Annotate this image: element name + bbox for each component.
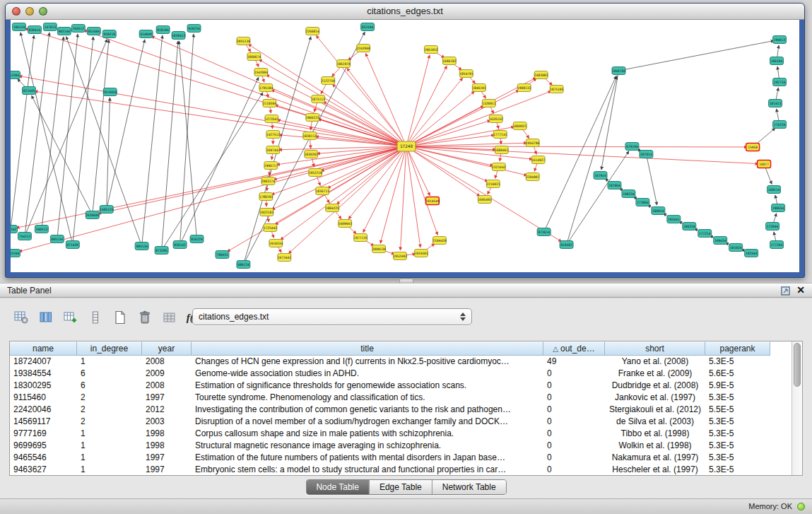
graph-node[interactable]: 1505135 — [100, 206, 114, 214]
graph-node[interactable]: 851604 — [87, 28, 100, 35]
graph-node[interactable]: 1788193 — [259, 193, 273, 201]
graph-node[interactable]: 2216021 — [486, 180, 500, 188]
graph-node[interactable]: 1321642 — [492, 163, 506, 171]
graph-node[interactable]: 190654 — [772, 204, 785, 212]
graph-node[interactable]: 1966215 — [306, 114, 320, 122]
graph-node[interactable]: 1906717 — [264, 162, 278, 170]
graph-node[interactable]: 605134 — [50, 235, 64, 243]
graph-node[interactable]: 633104 — [11, 250, 20, 257]
graph-node[interactable]: 172044 — [766, 223, 779, 230]
graph-node[interactable]: 1609943 — [339, 220, 353, 228]
graph-node[interactable]: 1924501 — [414, 250, 428, 257]
graph-node[interactable]: 1836711 — [316, 187, 330, 195]
graph-node[interactable]: 1860921 — [513, 122, 527, 130]
graph-node[interactable]: 192444 — [745, 250, 758, 257]
graph-node[interactable]: 1273541 — [265, 115, 279, 123]
graph-node[interactable]: 816224 — [190, 235, 204, 243]
network-canvas[interactable]: 1724020551301860674154200417951842118504… — [11, 20, 799, 272]
graph-node[interactable]: 167914 — [594, 172, 607, 180]
float-panel-icon[interactable] — [781, 286, 790, 295]
graph-node[interactable]: 680124 — [237, 261, 250, 269]
graph-node[interactable]: 187914 — [640, 151, 653, 158]
hub-node[interactable]: 17240 — [397, 141, 416, 151]
graph-node[interactable]: 186124 — [12, 23, 25, 31]
table-selector-combo[interactable]: citations_edges.txt — [192, 308, 472, 325]
table-row[interactable]: 977716911998Corpus callosum shape and si… — [10, 428, 802, 440]
graph-node[interactable]: 818104 — [156, 26, 170, 34]
graph-node[interactable]: 2104420 — [433, 237, 447, 245]
graph-node[interactable]: 15958 — [746, 144, 760, 151]
graph-node[interactable]: 1854791 — [459, 70, 473, 78]
graph-node[interactable]: 1542004 — [254, 69, 269, 76]
graph-node[interactable]: 1952210 — [309, 169, 323, 177]
graph-node[interactable]: 1910334 — [269, 240, 283, 247]
graph-node[interactable]: 1922103 — [260, 209, 274, 216]
window-titlebar[interactable]: citations_edges.txt — [6, 4, 804, 20]
graph-node[interactable]: 2620695 — [86, 211, 100, 219]
graph-node[interactable]: 1860674 — [247, 53, 261, 61]
graph-node[interactable]: 177344 — [770, 241, 784, 249]
tab-network-table[interactable]: Network Table — [433, 480, 506, 494]
table-row[interactable]: 946362711997Embryonic stem cells: a mode… — [10, 464, 802, 476]
scrollbar-thumb[interactable] — [794, 343, 801, 387]
graph-node[interactable]: 1697442 — [266, 146, 281, 154]
graph-node[interactable]: 713304 — [11, 71, 20, 79]
graph-node[interactable]: 821445 — [22, 87, 35, 95]
table-row[interactable]: 1456911722003Disruption of a novel membe… — [10, 416, 802, 428]
graph-node[interactable]: 2483083 — [534, 71, 548, 79]
graph-node[interactable]: 930218 — [102, 30, 116, 38]
graph-node[interactable]: 168514 — [767, 186, 781, 194]
table-vertical-scrollbar[interactable] — [792, 341, 802, 475]
graph-node[interactable]: 1795184 — [259, 84, 273, 92]
table-row[interactable]: 1872400712008Changes of HCN gene express… — [10, 356, 802, 368]
zoom-window-button[interactable] — [39, 7, 47, 16]
table-mode-icon[interactable] — [11, 308, 31, 327]
graph-node[interactable]: 186234 — [683, 223, 696, 230]
column-header-year[interactable]: year — [142, 341, 192, 356]
table-row[interactable]: 946554611997Estimation of the future num… — [10, 452, 802, 464]
graph-node[interactable]: 905134 — [135, 243, 148, 250]
row-height-icon[interactable] — [86, 308, 105, 327]
graph-node[interactable]: 873205 — [155, 247, 168, 255]
close-window-button[interactable] — [12, 7, 20, 16]
graph-node[interactable]: 764512 — [71, 25, 85, 33]
graph-node[interactable]: 871420 — [66, 241, 79, 249]
graph-node[interactable]: 16077 — [758, 160, 771, 168]
graph-node[interactable]: 590513 — [35, 226, 48, 233]
graph-node[interactable]: 1030412 — [172, 32, 186, 40]
import-table-icon[interactable] — [160, 308, 180, 327]
network-graph[interactable]: 1724020551301860674154200417951842118504… — [11, 20, 799, 272]
graph-node[interactable]: 1977135 — [353, 234, 367, 242]
graph-node[interactable]: 2242060 — [356, 45, 370, 52]
graph-node[interactable]: 1884225 — [326, 204, 340, 212]
graph-node[interactable]: 181024 — [729, 244, 743, 252]
graph-node[interactable]: 830414 — [28, 26, 41, 34]
table-row[interactable]: 911546021997Tourette syndrome. Phenomeno… — [10, 392, 802, 404]
graph-node[interactable]: 1975105 — [550, 86, 564, 93]
graph-node[interactable]: 1946794 — [612, 67, 626, 75]
graph-node[interactable]: 1673441 — [278, 254, 292, 262]
table-row[interactable]: 1938455462009Genome-wide association stu… — [10, 368, 802, 380]
graph-node[interactable]: 679194 — [625, 143, 639, 151]
graph-node[interactable]: 1861970 — [337, 60, 351, 68]
tab-node-table[interactable]: Node Table — [306, 480, 370, 494]
graph-node[interactable]: 1626152 — [489, 115, 503, 123]
delete-column-icon[interactable] — [135, 308, 155, 327]
graph-node[interactable]: 1830202 — [305, 151, 319, 158]
graph-node[interactable]: 247613 — [43, 23, 57, 31]
graph-node[interactable]: 1725442 — [264, 224, 278, 232]
graph-node[interactable]: 2118504 — [263, 100, 277, 107]
graph-node[interactable]: 2003174 — [261, 177, 276, 185]
graph-node[interactable]: 2616950 — [103, 88, 117, 96]
graph-node[interactable]: 2204907 — [526, 173, 540, 181]
column-header-title[interactable]: title — [192, 341, 543, 356]
new-table-icon[interactable] — [110, 308, 130, 327]
graph-node[interactable]: 936142 — [173, 241, 187, 249]
graph-node[interactable]: 614049 — [139, 30, 153, 38]
graph-node[interactable]: 1696182 — [442, 57, 457, 65]
graph-node[interactable]: 2099130 — [372, 245, 386, 253]
graph-node[interactable]: 194613 — [773, 36, 787, 44]
graph-node[interactable]: 902144 — [57, 28, 71, 35]
graph-node[interactable]: 873614 — [537, 228, 551, 236]
graph-node[interactable]: 1875113 — [312, 95, 326, 103]
